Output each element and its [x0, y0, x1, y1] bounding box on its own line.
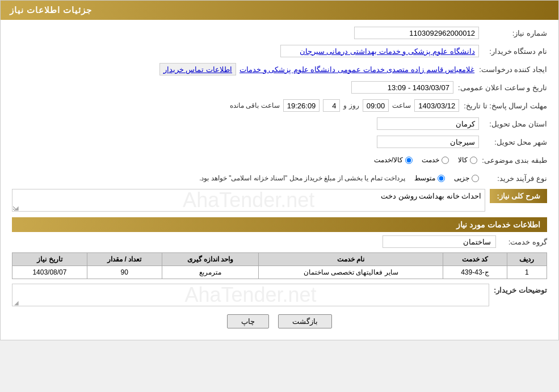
deadline-time-label: ساعت — [392, 102, 411, 109]
announce-label: تاریخ و ساعت اعلان عمومی: — [453, 83, 547, 92]
category-row: طبقه بندی موضوعی: کالا خدمت کالا/خدمت — [12, 153, 547, 167]
announce-date-row: تاریخ و ساعت اعلان عمومی: 1403/03/07 - 1… — [12, 80, 547, 95]
city-row: شهر محل تحویل: سیرجان — [12, 134, 547, 149]
need-number-label: شماره نیاز: — [479, 29, 547, 37]
service-group-value: ساختمان — [383, 235, 496, 248]
col-header-name: نام خدمت — [259, 253, 443, 266]
creator-label: ایجاد کننده درخواست: — [474, 65, 547, 74]
province-value: کرمان — [377, 117, 479, 130]
table-cell-name: سایر فعالیتهای تخصصی ساختمان — [259, 266, 443, 279]
table-cell-quantity: 90 — [87, 266, 162, 279]
deadline-label: مهلت ارسال پاسخ: تا تاریخ: — [459, 102, 547, 110]
watermark-notes: AhaTender.net — [184, 284, 316, 306]
table-cell-date: 1403/08/07 — [12, 266, 87, 279]
deadline-days: 4 — [323, 99, 340, 112]
services-table-header: ردیف کد خدمت نام خدمت واحد اندازه گیری ت… — [12, 253, 547, 266]
purchase-motavaset-option[interactable]: متوسط — [414, 174, 445, 182]
buyer-notes-box: AhaTender.net — [12, 284, 489, 306]
deadline-time: 09:00 — [363, 99, 389, 112]
table-header-row: ردیف کد خدمت نام خدمت واحد اندازه گیری ت… — [12, 253, 547, 266]
page-wrapper: جزئیات اطلاعات نیاز شماره نیاز: 11030929… — [0, 0, 559, 340]
deadline-date: 1403/03/12 — [414, 99, 459, 112]
need-description-wrapper: احداث خانه بهداشت روشن دخت AhaTender.net… — [12, 189, 485, 212]
purchase-note: پرداخت تمام یا بخشی از مبلغ خریداز محل "… — [199, 174, 405, 182]
category-kala-option[interactable]: کالا — [458, 156, 477, 164]
category-khedmat-option[interactable]: خدمت — [422, 156, 449, 164]
deadline-remaining: 19:26:09 — [283, 99, 320, 112]
content-area: شماره نیاز: 1103092962000012 نام دستگاه … — [1, 20, 558, 340]
announce-value: 1403/03/07 - 13:09 — [351, 81, 453, 94]
category-label: طبقه بندی موضوعی: — [477, 156, 547, 165]
table-cell-row: 1 — [507, 266, 547, 279]
service-info-section-header: اطلاعات خدمات مورد نیاز — [12, 217, 547, 232]
print-button[interactable]: چاپ — [227, 314, 269, 328]
need-number-row: شماره نیاز: 1103092962000012 — [12, 26, 547, 40]
creator-value[interactable]: غلامعباس قاسم زاده متصدی خدمات عمومی دان… — [239, 65, 474, 74]
col-header-code: کد خدمت — [443, 253, 507, 266]
services-table-body: 1ج-43-439سایر فعالیتهای تخصصی ساختمانمتر… — [12, 266, 547, 279]
col-header-date: تاریخ نیاز — [12, 253, 87, 266]
buttons-row: بازگشت چاپ — [12, 314, 547, 328]
need-description-section-header: شرح کلی نیاز: — [490, 189, 547, 203]
province-label: استان محل تحویل: — [479, 120, 547, 128]
table-row: 1ج-43-439سایر فعالیتهای تخصصی ساختمانمتر… — [12, 266, 547, 279]
table-cell-unit: مترمربع — [162, 266, 259, 279]
buyer-name-label: نام دستگاه خریدار: — [479, 47, 547, 56]
deadline-row: مهلت ارسال پاسخ: تا تاریخ: 1403/03/12 سا… — [12, 98, 547, 113]
category-radio-group: کالا خدمت کالا/خدمت — [374, 156, 477, 164]
creator-row: ایجاد کننده درخواست: غلامعباس قاسم زاده … — [12, 62, 547, 77]
service-group-row: گروه خدمت: ساختمان — [12, 235, 547, 248]
buyer-notes-label: توضیحات خریدار: — [494, 284, 547, 294]
city-value: سیرجان — [377, 136, 479, 148]
province-row: استان محل تحویل: کرمان — [12, 116, 547, 131]
resize-handle[interactable]: ◢ — [12, 205, 19, 212]
need-description-row: شرح کلی نیاز: احداث خانه بهداشت روشن دخت… — [12, 189, 547, 212]
service-group-label: گروه خدمت: — [496, 238, 547, 246]
back-button[interactable]: بازگشت — [278, 314, 332, 328]
purchase-type-row: نوع فرآیند خرید: جزیی متوسط پرداخت تمام … — [12, 171, 547, 186]
buyer-notes-section: توضیحات خریدار: AhaTender.net ◢ — [12, 284, 547, 306]
buyer-notes-wrapper: AhaTender.net ◢ — [12, 284, 489, 306]
buyer-name-row: نام دستگاه خریدار: دانشگاه علوم پزشکی و … — [12, 44, 547, 58]
need-description-box: احداث خانه بهداشت روشن دخت AhaTender.net — [12, 189, 485, 212]
page-header: جزئیات اطلاعات نیاز — [1, 1, 558, 20]
resize-handle-notes[interactable]: ◢ — [12, 300, 19, 306]
buyer-name-value[interactable]: دانشگاه علوم پزشکی و خدمات بهداشتی درمان… — [280, 45, 479, 57]
col-header-row-num: ردیف — [507, 253, 547, 266]
purchase-jozi-option[interactable]: جزیی — [454, 174, 479, 182]
deadline-day-label: روز و — [343, 102, 359, 109]
col-header-qty: تعداد / مقدار — [87, 253, 162, 266]
purchase-label: نوع فرآیند خرید: — [479, 174, 547, 183]
need-description-text: احداث خانه بهداشت روشن دخت — [381, 192, 481, 200]
category-kala-khedmat-option[interactable]: کالا/خدمت — [374, 156, 413, 164]
header-title: جزئیات اطلاعات نیاز — [10, 5, 92, 15]
services-table: ردیف کد خدمت نام خدمت واحد اندازه گیری ت… — [12, 252, 547, 279]
deadline-remaining-label: ساعت باقی مانده — [230, 102, 280, 109]
col-header-unit: واحد اندازه گیری — [162, 253, 259, 266]
need-number-value: 1103092962000012 — [354, 27, 479, 39]
city-label: شهر محل تحویل: — [479, 138, 547, 146]
creator-contact-link[interactable]: اطلاعات تماس خریدار — [159, 63, 236, 75]
watermark: AhaTender.net — [183, 189, 314, 212]
table-cell-code: ج-43-439 — [443, 266, 507, 279]
deadline-fields: 1403/03/12 ساعت 09:00 روز و 4 19:26:09 س… — [12, 99, 459, 112]
purchase-options: جزیی متوسط پرداخت تمام یا بخشی از مبلغ خ… — [199, 174, 479, 182]
